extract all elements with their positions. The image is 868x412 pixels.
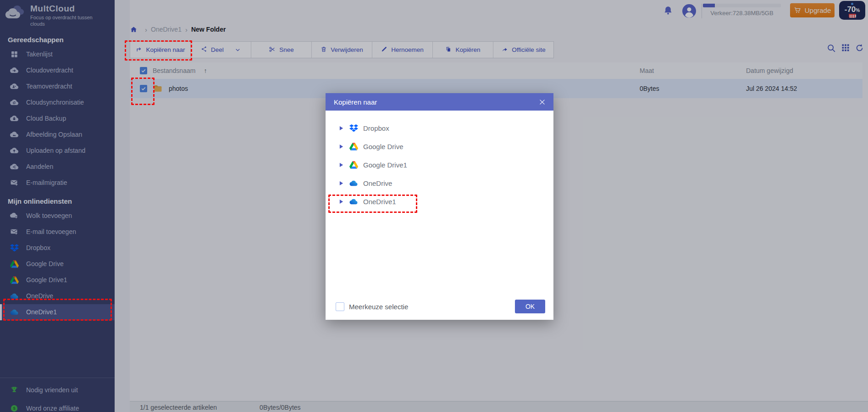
caret-right-icon[interactable]: [339, 144, 346, 149]
dialog-title: Kopiëren naar: [334, 98, 538, 106]
caret-right-icon[interactable]: [339, 126, 346, 131]
google-drive-icon: [348, 143, 359, 150]
cloud-tree-item-label: Google Drive1: [363, 161, 407, 169]
cloud-tree-item-label: OneDrive1: [363, 198, 396, 206]
cloud-tree-item-google-drive[interactable]: Google Drive: [326, 137, 553, 156]
multcloud-app: MultCloud Focus op overdracht tussen clo…: [0, 0, 868, 412]
cloud-tree: Dropbox Google Drive Google Drive1 OneDr…: [326, 111, 553, 211]
ok-button[interactable]: OK: [515, 300, 545, 313]
dialog-header: Kopiëren naar: [326, 93, 553, 111]
caret-right-icon[interactable]: [339, 181, 346, 186]
onedrive-icon: [348, 198, 359, 206]
copy-to-dialog: Kopiëren naar Dropbox Google Drive Googl…: [326, 93, 553, 320]
multi-select-checkbox[interactable]: [336, 302, 344, 311]
cloud-tree-item-label: OneDrive: [363, 179, 392, 187]
cloud-tree-item-label: Dropbox: [363, 124, 389, 132]
google-drive-icon: [348, 161, 359, 169]
dialog-footer: Meerkeuze selectie OK: [336, 300, 545, 313]
caret-right-icon[interactable]: [339, 162, 346, 167]
onedrive-icon: [348, 179, 359, 187]
caret-right-icon[interactable]: [339, 199, 346, 204]
dropbox-icon: [348, 124, 359, 132]
close-icon[interactable]: [538, 98, 546, 106]
cloud-tree-item-onedrive1[interactable]: OneDrive1: [326, 192, 553, 211]
multi-select-label: Meerkeuze selectie: [349, 303, 515, 311]
cloud-tree-item-google-drive1[interactable]: Google Drive1: [326, 156, 553, 174]
cloud-tree-item-label: Google Drive: [363, 143, 404, 150]
cloud-tree-item-dropbox[interactable]: Dropbox: [326, 119, 553, 137]
cloud-tree-item-onedrive[interactable]: OneDrive: [326, 174, 553, 192]
